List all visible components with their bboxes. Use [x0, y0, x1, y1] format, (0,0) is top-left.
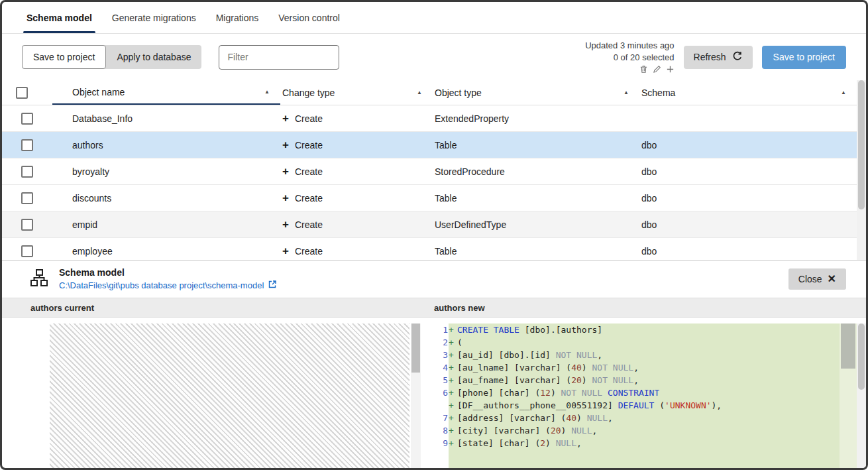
select-all-checkbox[interactable]: [2, 80, 52, 105]
column-header-object-name[interactable]: Object name ▲: [52, 80, 280, 105]
object-name-cell: employee: [52, 246, 280, 257]
diff-body: 1+CREATE TABLE [dbo].[authors]2+(3+[au_i…: [2, 318, 866, 468]
table-scrollbar[interactable]: [857, 80, 866, 260]
table-row[interactable]: empid+CreateUserDefinedTypedbo: [2, 211, 857, 238]
code-token: CREATE TABLE: [457, 325, 519, 335]
table-row[interactable]: employee+CreateTabledbo: [2, 238, 857, 260]
create-plus-icon: +: [282, 113, 289, 124]
object-type-cell: ExtendedProperty: [433, 113, 639, 124]
code-token: 40: [571, 363, 582, 373]
diff-right-header: authors new: [421, 303, 485, 313]
table-row[interactable]: authors+CreateTabledbo: [2, 132, 857, 158]
schema-model-path-link[interactable]: C:\DataFiles\git\pubs database project\s…: [59, 280, 277, 291]
code-line: 2+(: [421, 336, 840, 349]
column-header-schema[interactable]: Schema ▲: [639, 80, 857, 105]
code-token: 2: [540, 438, 545, 448]
schema-cell: dbo: [639, 193, 857, 204]
scrollbar-thumb[interactable]: [411, 323, 420, 373]
line-number: 2: [421, 336, 449, 349]
refresh-button[interactable]: Refresh: [684, 46, 753, 69]
object-type-cell: Table: [433, 140, 639, 150]
tab-schema-model[interactable]: Schema model: [17, 2, 102, 33]
open-external-icon: [268, 280, 277, 291]
object-name-cell: byroyalty: [52, 166, 280, 177]
line-number: 4: [421, 361, 449, 374]
add-icon[interactable]: [666, 65, 675, 74]
filter-input[interactable]: [219, 45, 339, 70]
sort-asc-icon: ▲: [841, 89, 846, 95]
table-header: Object name ▲ Change type ▲ Object type …: [2, 80, 857, 105]
code-token: ): [576, 413, 587, 423]
code-token: ): [582, 363, 592, 373]
save-to-project-button[interactable]: Save to project: [22, 45, 106, 69]
apply-to-database-button[interactable]: Apply to database: [106, 45, 201, 69]
object-name-cell: empid: [52, 219, 280, 230]
row-checkbox[interactable]: [2, 245, 52, 257]
minimap[interactable]: [840, 323, 857, 468]
row-checkbox[interactable]: [2, 219, 52, 231]
diff-added-sign: +: [449, 323, 457, 336]
edit-icon[interactable]: [653, 65, 661, 74]
line-number: 7: [421, 412, 449, 424]
code-token: ): [551, 388, 561, 398]
minimap-thumb[interactable]: [841, 323, 855, 369]
code-token: ,: [633, 363, 639, 373]
code-token: ,: [608, 413, 613, 423]
schema-cell: dbo: [639, 166, 857, 177]
scrollbar-thumb[interactable]: [858, 323, 865, 390]
create-plus-icon: +: [282, 245, 289, 257]
object-name-cell: authors: [52, 140, 280, 150]
diff-left-pane: [2, 323, 421, 468]
row-checkbox[interactable]: [2, 192, 52, 204]
diff-added-sign: +: [449, 412, 457, 424]
create-plus-icon: +: [282, 166, 289, 177]
code-token: NOT NULL: [556, 350, 598, 360]
sort-asc-icon: ▲: [417, 89, 422, 95]
line-number: 8: [421, 424, 449, 437]
panel-title: Schema model: [59, 267, 277, 278]
sort-asc-icon: ▲: [624, 89, 629, 95]
code-token: CONSTRAINT: [608, 388, 659, 398]
table-main: Object name ▲ Change type ▲ Object type …: [2, 80, 857, 260]
object-name-cell: discounts: [52, 193, 280, 204]
tab-version-control[interactable]: Version control: [268, 2, 350, 33]
delete-icon[interactable]: [639, 65, 648, 74]
scrollbar-thumb[interactable]: [858, 80, 865, 209]
diff-right-pane: 1+CREATE TABLE [dbo].[authors]2+(3+[au_i…: [421, 323, 866, 468]
column-header-object-type[interactable]: Object type ▲: [433, 80, 639, 105]
code-token: ): [582, 375, 592, 385]
code-token: [phone] [char] (: [457, 388, 540, 398]
code-token: ): [545, 438, 556, 448]
diff-left-scrollbar[interactable]: [411, 323, 421, 468]
code-token: 40: [566, 413, 576, 423]
schema-cell: dbo: [639, 219, 857, 230]
row-checkbox[interactable]: [2, 139, 52, 151]
code-line: 5+[au_fname] [varchar] (20) NOT NULL,: [421, 374, 840, 386]
code-line: 9+[state] [char] (2) NULL,: [421, 437, 840, 449]
tab-migrations[interactable]: Migrations: [206, 2, 269, 33]
create-plus-icon: +: [282, 139, 289, 150]
diff-code-lines: 1+CREATE TABLE [dbo].[authors]2+(3+[au_i…: [421, 323, 840, 468]
diff-right-scrollbar[interactable]: [857, 323, 866, 468]
change-type-cell: +Create: [280, 166, 433, 177]
sort-asc-icon: ▲: [264, 89, 270, 95]
table-row[interactable]: byroyalty+CreateStoredProceduredbo: [2, 158, 857, 185]
code-token: [city] [varchar] (: [457, 426, 551, 436]
table-row[interactable]: Database_Info+CreateExtendedProperty: [2, 105, 857, 132]
row-checkbox[interactable]: [2, 113, 52, 125]
code-token: ,: [633, 375, 639, 385]
row-checkbox[interactable]: [2, 166, 52, 178]
code-line: 3+[au_id] [dbo].[id] NOT NULL,: [421, 349, 840, 361]
panel-header: Schema model C:\DataFiles\git\pubs datab…: [2, 261, 866, 298]
line-number: 1: [421, 323, 449, 336]
close-button[interactable]: Close ✕: [788, 268, 846, 290]
toolbar: Save to project Apply to database Update…: [2, 34, 866, 80]
code-token: NOT NULL: [561, 388, 603, 398]
empty-diff-hatch: [50, 323, 409, 468]
change-type-cell: +Create: [280, 192, 433, 204]
object-type-cell: StoredProcedure: [433, 166, 639, 177]
column-header-change-type[interactable]: Change type ▲: [280, 80, 433, 105]
table-row[interactable]: discounts+CreateTabledbo: [2, 185, 857, 211]
tab-generate-migrations[interactable]: Generate migrations: [102, 2, 206, 33]
save-to-project-primary-button[interactable]: Save to project: [762, 46, 846, 69]
